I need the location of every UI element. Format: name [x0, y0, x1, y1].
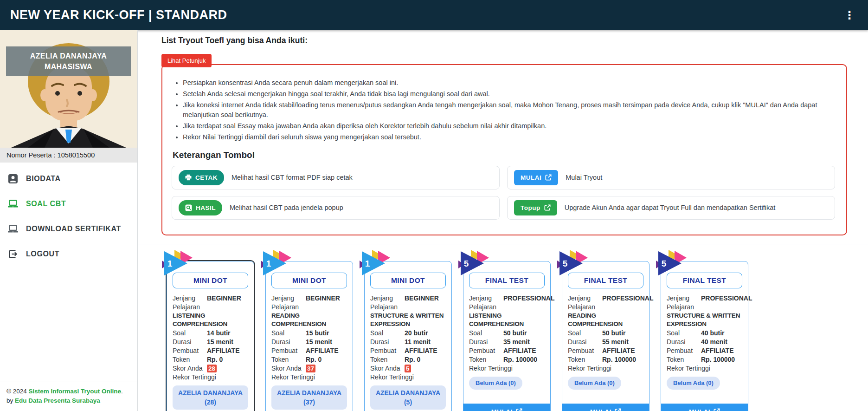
pelajaran-value: LISTENING COMPREHENSION [469, 312, 545, 328]
legend-item-hasil: HASIL Melihat hasil CBT pada jendela pop… [172, 196, 500, 220]
tryout-card: 1 MINI DOT JenjangBEGINNER Pelajaran STR… [364, 261, 452, 411]
soal-value: 14 butir [207, 329, 231, 338]
durasi-value: 11 menit [405, 338, 431, 346]
durasi-value: 15 menit [207, 338, 233, 346]
field-label: Rekor Tertinggi [469, 364, 545, 373]
svg-text:1: 1 [266, 259, 271, 268]
card-title: FINAL TEST [568, 273, 643, 288]
copyright-text: © 2024 [6, 388, 28, 395]
printer-icon [185, 174, 192, 181]
score-badge: 28 [207, 365, 217, 372]
jenjang-value: PROFESSIONAL [503, 294, 554, 303]
tryout-card: 5 FINAL TEST JenjangPROFESSIONAL Pelajar… [463, 261, 551, 411]
lihat-petunjuk-button[interactable]: Lihat Petunjuk [161, 54, 212, 67]
sidebar-menu: BIODATA SOAL CBT DOWNLOAD SERTIFIKAT LOG… [0, 163, 137, 267]
field-label: Soal [370, 329, 405, 338]
jenjang-value: BEGINNER [306, 294, 340, 303]
field-label: Jenjang [469, 294, 503, 303]
sidebar-item-download-sertifikat[interactable]: DOWNLOAD SERTIFIKAT [0, 216, 137, 241]
field-label: Durasi [568, 338, 602, 346]
tryout-card: 5 FINAL TEST JenjangPROFESSIONAL Pelajar… [661, 261, 748, 411]
sidebar-item-soal-cbt[interactable]: SOAL CBT [0, 191, 137, 216]
legend-description: Mulai Tryout [566, 174, 602, 181]
instruction-item: Jika terdapat soal Essay maka jawaban An… [183, 121, 835, 131]
record-holder-badge: AZELIA DANANJAYA (28) [173, 385, 248, 410]
instruction-item: Rekor Nilai Tertinggi diambil dari selur… [183, 132, 835, 143]
keterangan-title: Keterangan Tombol [173, 150, 835, 160]
app-link[interactable]: Sistem Informasi Tryout Online [28, 388, 121, 395]
sidebar-item-label: SOAL CBT [26, 200, 66, 208]
pembuat-value: AFFILIATE [503, 346, 536, 355]
soal-value: 50 butir [602, 329, 626, 338]
legend-description: Melihat hasil CBT format PDF siap cetak [231, 174, 353, 181]
legend-item-cetak: CETAK Melihat hasil CBT format PDF siap … [172, 166, 500, 189]
field-label: Soal [173, 329, 207, 338]
external-link-icon [516, 408, 522, 411]
durasi-value: 15 menit [306, 338, 332, 346]
pelajaran-value: LISTENING COMPREHENSION [173, 312, 248, 328]
field-label: Pembuat [370, 346, 405, 355]
sidebar: AZELIA DANANJAYA MAHASISWA Nomor Peserta… [0, 30, 138, 411]
cetak-button[interactable]: CETAK [179, 170, 224, 185]
pelajaran-value: STRUCTURE & WRITTEN EXPRESSION [370, 312, 446, 328]
legend-item-topup: Topup Upgrade Akun Anda agar dapat Tryou… [507, 196, 835, 220]
card-details: JenjangBEGINNER Pelajaran STRUCTURE & WR… [365, 294, 451, 382]
hasil-button[interactable]: HASIL [179, 200, 222, 215]
svg-text:5: 5 [662, 259, 667, 268]
token-value: Rp. 0 [405, 355, 420, 364]
pembuat-value: AFFILIATE [602, 346, 635, 355]
instruction-item: Setelah Anda selesai mengerjakan hingga … [183, 89, 835, 99]
app-title: NEW YEAR KICK-OFF | STANDARD [10, 8, 227, 22]
instruction-item: Persiapkan konsentrasi Anda secara penuh… [183, 78, 835, 88]
mulai-button[interactable]: MULAI [562, 404, 649, 411]
sidebar-item-biodata[interactable]: BIODATA [0, 166, 137, 191]
sidebar-item-label: DOWNLOAD SERTIFIKAT [26, 225, 121, 233]
sidebar-item-logout[interactable]: LOGOUT [0, 241, 137, 267]
durasi-value: 35 menit [503, 338, 530, 346]
jenjang-value: PROFESSIONAL [602, 294, 653, 303]
field-label: Durasi [667, 338, 701, 346]
field-label: Durasi [469, 338, 503, 346]
pembuat-value: AFFILIATE [207, 346, 240, 355]
field-label: Pembuat [568, 346, 602, 355]
field-label: Rekor Tertinggi [271, 373, 347, 382]
field-label: Pembuat [469, 346, 503, 355]
field-label: Soal [568, 329, 602, 338]
record-holder-badge: AZELIA DANANJAYA (37) [271, 385, 347, 410]
field-label: Jenjang [568, 294, 602, 303]
field-label: Jenjang [173, 294, 207, 303]
jenjang-value: BEGINNER [405, 294, 439, 303]
field-label: Rekor Tertinggi [667, 364, 742, 373]
field-label: Pelajaran [173, 303, 248, 312]
magnifier-icon [185, 204, 192, 211]
participant-number: Nomor Peserta : 1058015500 [0, 148, 137, 163]
soal-value: 50 butir [503, 329, 527, 338]
field-label: Token [667, 355, 701, 364]
field-label: Skor Anda [173, 364, 207, 373]
mulai-button[interactable]: MULAI [661, 404, 748, 411]
score-badge: 5 [405, 365, 411, 372]
field-label: Pembuat [667, 346, 701, 355]
token-value: Rp. 100000 [602, 355, 636, 364]
card-title: MINI DOT [370, 273, 446, 288]
svg-text:5: 5 [563, 259, 568, 268]
topup-button[interactable]: Topup [514, 200, 557, 215]
top-navbar: NEW YEAR KICK-OFF | STANDARD ⋮ [0, 0, 868, 30]
vendor-link[interactable]: Edu Data Presenta Surabaya [15, 397, 100, 404]
token-value: Rp. 100000 [503, 355, 537, 364]
field-label: Pelajaran [667, 303, 742, 312]
record-holder-badge: Belum Ada (0) [469, 377, 522, 390]
kebab-menu-icon[interactable]: ⋮ [841, 10, 858, 21]
pelajaran-value: READING COMPREHENSION [271, 312, 347, 328]
laptop-icon [8, 224, 18, 234]
svg-text:1: 1 [167, 259, 173, 268]
mulai-button[interactable]: MULAI [514, 170, 558, 185]
field-label: Durasi [173, 338, 207, 346]
field-label: Token [370, 355, 405, 364]
logout-icon [8, 249, 18, 259]
mulai-button[interactable]: MULAI [463, 404, 550, 411]
page-title: List Tryout Toefl yang bisa Anda ikuti: [161, 36, 847, 46]
field-label: Pelajaran [370, 303, 446, 312]
card-details: JenjangPROFESSIONAL Pelajaran STRUCTURE … [661, 294, 748, 373]
soal-value: 40 butir [701, 329, 725, 338]
